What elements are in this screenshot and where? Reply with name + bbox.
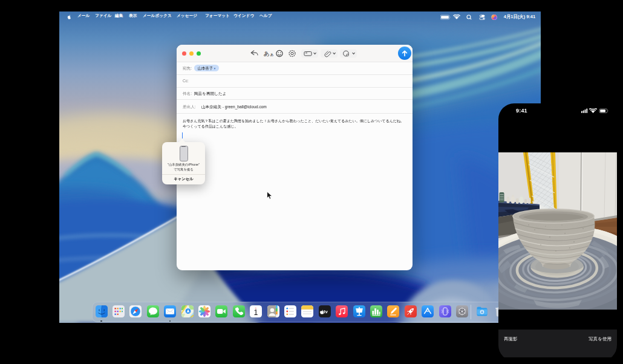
- svg-text:1: 1: [254, 308, 258, 317]
- svg-text:あぁ: あぁ: [264, 50, 274, 57]
- svg-text:tv: tv: [324, 309, 327, 314]
